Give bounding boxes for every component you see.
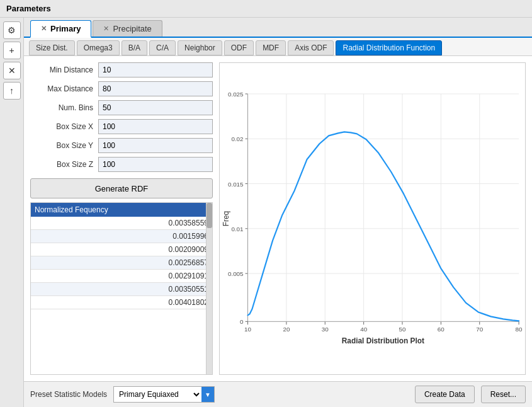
tab-precipitate[interactable]: ✕ Precipitate <box>93 20 162 37</box>
data-table-container: Normalized Fequency 0.003585590.00159960… <box>30 202 213 375</box>
min-distance-label: Min Distance <box>30 66 93 74</box>
preset-label: Preset Statistic Models <box>30 390 107 399</box>
svg-text:30: 30 <box>322 326 329 333</box>
app-container: Parameters ⚙ + ✕ ↑ ✕ Primary <box>0 0 532 407</box>
sub-tab-mdf[interactable]: MDF <box>256 40 286 55</box>
sub-tab-neighbor[interactable]: Neighbor <box>178 40 222 55</box>
main-tabs: ✕ Primary ✕ Precipitate <box>24 18 532 38</box>
param-max-distance: Max Distance <box>30 81 213 96</box>
left-params: Min Distance Max Distance Num. Bins Box … <box>30 62 213 375</box>
param-min-distance: Min Distance <box>30 62 213 77</box>
num-bins-input[interactable] <box>98 100 213 115</box>
sub-tab-rdf[interactable]: Radial Distribution Function <box>336 40 442 55</box>
box-size-y-input[interactable] <box>98 138 213 153</box>
svg-text:20: 20 <box>283 326 290 333</box>
remove-button[interactable]: ✕ <box>3 62 21 79</box>
app-title: Parameters <box>6 4 51 13</box>
add-button[interactable]: + <box>3 42 21 59</box>
svg-text:60: 60 <box>438 326 444 333</box>
tab-precipitate-label: Precipitate <box>113 24 151 33</box>
svg-text:10: 10 <box>244 326 251 333</box>
table-row: 0.0015996 <box>31 230 212 243</box>
sub-tab-ba[interactable]: B/A <box>122 40 147 55</box>
main-content: ⚙ + ✕ ↑ ✕ Primary ✕ Precipitat <box>0 18 532 407</box>
footer-bar: Preset Statistic Models Primary Equiaxed… <box>24 381 532 407</box>
param-box-size-x: Box Size X <box>30 119 213 134</box>
box-size-x-label: Box Size X <box>30 122 93 131</box>
sub-tab-size-dist[interactable]: Size Dist. <box>29 40 75 55</box>
min-distance-input[interactable] <box>98 62 213 77</box>
sub-tabs: Size Dist. Omega3 B/A C/A Neighbor ODF <box>24 38 532 56</box>
table-row: 0.00209009 <box>31 243 212 256</box>
up-icon: ↑ <box>9 86 14 96</box>
x-axis-title: Radial Distribution Plot <box>342 336 424 345</box>
table-header: Normalized Fequency <box>31 203 212 217</box>
preset-select-wrapper[interactable]: Primary Equiaxed Primary Rolled Precipit… <box>113 386 215 403</box>
svg-text:0.005: 0.005 <box>228 270 244 277</box>
data-table: Normalized Fequency 0.003585590.00159960… <box>31 203 212 309</box>
tab-primary[interactable]: ✕ Primary <box>30 20 91 38</box>
gear-button[interactable]: ⚙ <box>3 21 21 39</box>
box-size-y-label: Box Size Y <box>30 141 93 150</box>
svg-text:80: 80 <box>516 326 523 333</box>
scrollbar-track[interactable] <box>206 203 212 374</box>
move-up-button[interactable]: ↑ <box>3 82 21 100</box>
table-row: 0.00350551 <box>31 283 212 296</box>
table-row: 0.00256857 <box>31 256 212 270</box>
num-bins-label: Num. Bins <box>30 103 93 112</box>
svg-text:0: 0 <box>240 318 244 325</box>
sub-tab-axis-odf[interactable]: Axis ODF <box>288 40 334 55</box>
right-panel: ✕ Primary ✕ Precipitate Size Dist. Omega… <box>24 18 532 407</box>
param-box-size-z: Box Size Z <box>30 157 213 172</box>
max-distance-label: Max Distance <box>30 84 93 93</box>
plus-icon: + <box>9 45 14 55</box>
table-row: 0.00358559 <box>31 217 212 230</box>
box-size-z-input[interactable] <box>98 157 213 172</box>
box-size-z-label: Box Size Z <box>30 160 93 169</box>
preset-select[interactable]: Primary Equiaxed Primary Rolled Precipit… <box>114 387 201 402</box>
table-row: 0.00401802 <box>31 296 212 309</box>
sub-tab-ca[interactable]: C/A <box>149 40 176 55</box>
select-arrow-icon: ▼ <box>201 387 214 402</box>
scrollbar-thumb[interactable] <box>207 203 212 228</box>
table-row: 0.00291091 <box>31 270 212 283</box>
param-num-bins: Num. Bins <box>30 100 213 115</box>
y-axis-label: Freq <box>222 211 230 226</box>
svg-text:0.015: 0.015 <box>228 181 244 188</box>
cross-icon: ✕ <box>8 66 16 76</box>
svg-text:40: 40 <box>360 326 367 333</box>
generate-rdf-button[interactable]: Generate RDF <box>30 178 213 198</box>
svg-text:0.02: 0.02 <box>231 135 243 142</box>
title-bar: Parameters <box>0 0 532 18</box>
close-icon-2[interactable]: ✕ <box>103 25 109 33</box>
max-distance-input[interactable] <box>98 81 213 96</box>
reset-button[interactable]: Reset... <box>481 386 526 403</box>
close-icon[interactable]: ✕ <box>41 25 47 33</box>
svg-text:50: 50 <box>399 326 406 333</box>
chart-area: Freq 0.025 0.02 <box>219 62 526 375</box>
svg-text:0.01: 0.01 <box>231 226 244 232</box>
sub-tab-omega3[interactable]: Omega3 <box>77 40 120 55</box>
tab-primary-label: Primary <box>50 24 81 33</box>
param-box-size-y: Box Size Y <box>30 138 213 153</box>
svg-text:0.025: 0.025 <box>228 91 244 98</box>
svg-text:70: 70 <box>476 326 483 333</box>
content-area: Min Distance Max Distance Num. Bins Box … <box>24 56 532 381</box>
sub-tab-odf[interactable]: ODF <box>224 40 254 55</box>
create-data-button[interactable]: Create Data <box>415 386 475 403</box>
left-toolbar: ⚙ + ✕ ↑ <box>0 18 24 407</box>
gear-icon: ⚙ <box>8 25 16 35</box>
box-size-x-input[interactable] <box>98 119 213 134</box>
